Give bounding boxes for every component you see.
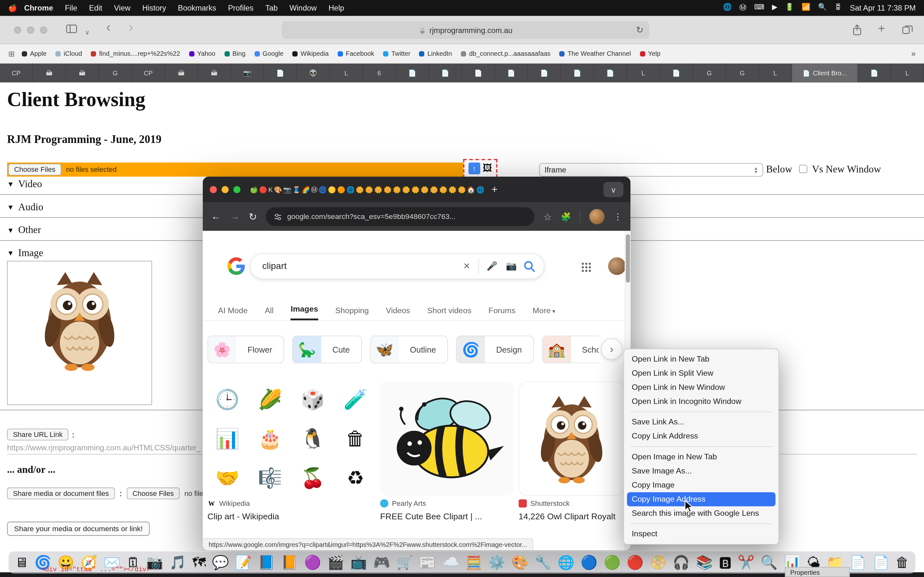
filter-chip[interactable]: 🌸Flower xyxy=(208,335,284,363)
dock-app-icon[interactable]: 🔧 xyxy=(535,556,551,569)
chrome-tab[interactable]: 🌼 xyxy=(449,185,457,193)
favorite-item[interactable]: LinkedIn xyxy=(419,50,452,57)
chrome-tab[interactable]: 🌐 xyxy=(477,185,485,193)
clear-icon[interactable]: × xyxy=(459,259,475,272)
lens-camera-icon[interactable]: 📷 xyxy=(502,261,521,271)
browser-tab[interactable]: L xyxy=(759,63,792,82)
menubar-item[interactable]: Profiles xyxy=(222,3,259,13)
display-mode-select[interactable]: Iframe ▲▼ xyxy=(540,163,763,177)
chrome-tab[interactable]: K xyxy=(268,186,273,193)
chrome-titlebar[interactable]: 🍏🔴K🎨📷🧵🌈Ⓜ🌀🟡🟠🌐🌼🌼🌼🌼🌼🌼🌼🌼🌼🌼🌼🌼🏠🌐 + ∨ xyxy=(203,177,630,203)
context-menu-item[interactable]: Open Link in Split View xyxy=(624,366,779,380)
status-icon[interactable]: 📶 xyxy=(801,3,811,13)
chrome-tab[interactable]: 🌀 xyxy=(318,185,326,193)
menubar-item[interactable]: Help xyxy=(323,3,351,13)
section-image[interactable]: ▼ Image xyxy=(7,247,43,259)
dock-app-icon[interactable]: 🅱 xyxy=(719,556,732,569)
browser-tab[interactable]: 📄 xyxy=(462,63,495,82)
close-window-button[interactable] xyxy=(14,27,21,34)
browser-tab[interactable]: 6 xyxy=(363,63,396,82)
context-menu-item[interactable]: Open Link in Incognito Window xyxy=(624,395,779,409)
chrome-tab[interactable]: Ⓜ xyxy=(311,185,317,194)
chrome-tab[interactable]: 🎨 xyxy=(274,185,282,193)
favorite-item[interactable]: iCloud xyxy=(55,50,82,57)
context-menu-item[interactable]: Copy Image xyxy=(624,478,779,492)
dock-app-icon[interactable]: 🔍 xyxy=(761,556,778,569)
result-source[interactable]: W Wikipedia xyxy=(208,500,375,508)
browser-tab[interactable]: 👽 xyxy=(297,63,330,82)
chrome-tab[interactable]: 🌼 xyxy=(411,185,419,193)
section-audio[interactable]: ▼ Audio xyxy=(7,201,43,213)
result-image-bee[interactable] xyxy=(380,382,514,496)
chrome-tab[interactable]: 🌼 xyxy=(439,185,447,193)
dock-app-icon[interactable]: 🗑 xyxy=(895,556,909,569)
chrome-tab[interactable]: 🌼 xyxy=(402,185,410,193)
forward-icon[interactable]: › xyxy=(128,21,133,33)
browser-tab[interactable]: 📄 xyxy=(495,63,528,82)
favorite-item[interactable]: Yahoo xyxy=(189,50,216,57)
section-video[interactable]: ▼ Video xyxy=(7,178,42,191)
browser-tab[interactable]: 🏔 xyxy=(66,63,99,82)
result-tab[interactable]: Videos xyxy=(386,306,410,320)
favorite-item[interactable]: Wikipedia xyxy=(292,50,328,57)
dock-app-icon[interactable]: 🎧 xyxy=(673,556,690,569)
back-icon[interactable]: ‹ xyxy=(106,21,111,33)
filter-chip[interactable]: 🌀Design xyxy=(456,335,534,363)
browser-tab[interactable]: CP xyxy=(0,63,33,82)
dock-app-icon[interactable]: 🔴 xyxy=(627,556,644,569)
chrome-tab[interactable]: 🌼 xyxy=(458,185,466,193)
browser-tab[interactable]: CP xyxy=(132,63,165,82)
sidebar-icon[interactable] xyxy=(66,24,78,33)
dock-app-icon[interactable]: 🧮 xyxy=(465,556,483,569)
choose-files-button-2[interactable]: Choose Files xyxy=(127,488,180,500)
favorite-item[interactable]: Google xyxy=(254,50,284,57)
browser-tab[interactable]: 📄 xyxy=(660,63,693,82)
browser-tab[interactable]: 📄 xyxy=(429,63,462,82)
chrome-tab[interactable]: 🌼 xyxy=(393,185,401,193)
mic-icon[interactable]: 🎤 xyxy=(482,261,501,271)
result-tab[interactable]: Shopping xyxy=(335,306,369,320)
dock-app-icon[interactable]: 📝 xyxy=(235,556,252,569)
refresh-icon[interactable]: ↻ xyxy=(636,25,644,35)
favorite-item[interactable]: find_minus....rep+%22s%22 xyxy=(91,50,180,57)
status-icon[interactable]: 🎛 xyxy=(835,3,842,13)
result-source[interactable]: Pearly Arts xyxy=(380,500,514,508)
safari-url-field[interactable]: 🔒 rjmprogramming.com.au ↻ xyxy=(282,21,649,39)
status-icon[interactable]: 🔋 xyxy=(785,3,794,13)
chrome-tab[interactable]: 🌼 xyxy=(356,185,364,193)
chrome-tab[interactable]: 🟠 xyxy=(337,185,345,193)
browser-tab[interactable]: L xyxy=(627,63,660,82)
dock-app-icon[interactable]: ✂️ xyxy=(738,556,754,569)
dock-app-icon[interactable]: 🟢 xyxy=(604,556,620,569)
status-icon[interactable]: ▶ xyxy=(772,3,777,13)
menubar-item[interactable]: History xyxy=(136,3,172,13)
browser-tab[interactable]: 📄 xyxy=(528,63,561,82)
chrome-tab[interactable]: 🧵 xyxy=(292,185,300,193)
zoom-window-button[interactable] xyxy=(233,186,240,193)
result-tab[interactable]: Short videos xyxy=(427,306,472,320)
browser-tab[interactable]: 🏔 xyxy=(165,63,198,82)
result-tab[interactable]: All xyxy=(265,306,274,320)
extensions-icon[interactable]: 🧩 xyxy=(561,212,571,221)
context-menu-item[interactable]: Open Link in New Window xyxy=(624,380,779,395)
result-title[interactable]: 14,226 Owl Clipart Royalt xyxy=(519,512,624,521)
dock-app-icon[interactable]: 📚 xyxy=(696,556,713,569)
dock-app-icon[interactable]: 📺 xyxy=(351,556,367,569)
menubar-item[interactable]: Tab xyxy=(260,3,284,13)
result-image-owl[interactable] xyxy=(519,382,625,496)
filter-chip[interactable]: 🏫School xyxy=(542,335,599,363)
context-menu-item[interactable]: Save Image As... xyxy=(624,464,779,478)
context-menu-item[interactable]: Inspect xyxy=(624,527,779,541)
menubar-item[interactable]: Window xyxy=(284,3,323,13)
chrome-menu-icon[interactable]: ⋮ xyxy=(614,211,622,222)
chrome-tab[interactable]: 🏠 xyxy=(467,185,475,193)
status-icon[interactable]: 🌐 xyxy=(723,3,732,13)
back-icon[interactable]: ← xyxy=(211,211,221,223)
dock-app-icon[interactable]: ☁️ xyxy=(443,556,459,569)
browser-tab[interactable]: 📄 xyxy=(264,63,297,82)
file-input[interactable]: Choose Files no files selected xyxy=(7,163,465,177)
favorite-item[interactable]: db_connect.p...aaasaaafaas xyxy=(461,50,551,57)
apple-menu-icon[interactable]: 🍎 xyxy=(8,4,17,12)
dock-app-icon[interactable]: 🎬 xyxy=(327,556,344,569)
dock-app-icon[interactable]: 🟣 xyxy=(304,556,321,569)
